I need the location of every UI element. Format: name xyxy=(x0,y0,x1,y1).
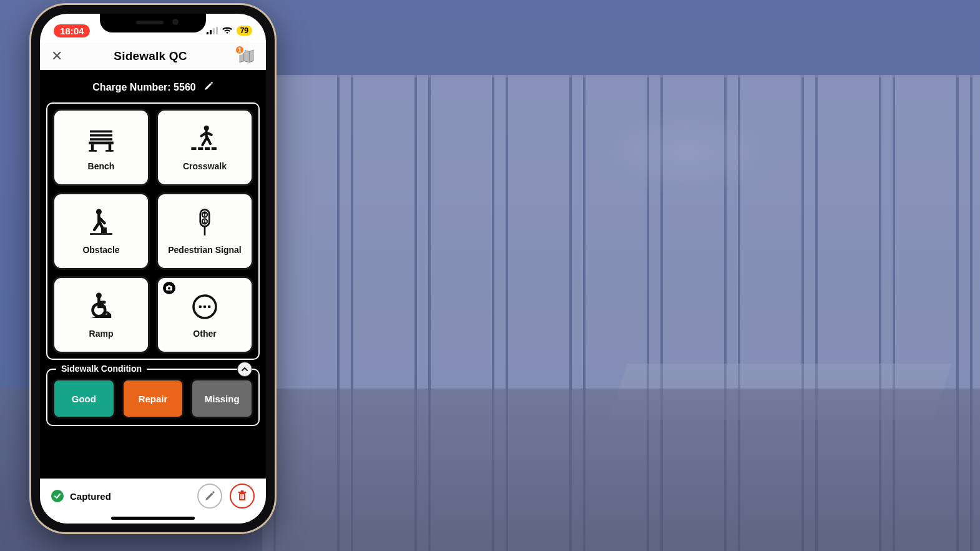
svg-rect-24 xyxy=(204,226,206,235)
tile-label: Ramp xyxy=(89,329,114,339)
svg-rect-10 xyxy=(89,150,97,152)
tile-obstacle[interactable]: Obstacle xyxy=(52,192,150,270)
map-button[interactable]: 1 xyxy=(238,49,255,64)
svg-rect-19 xyxy=(90,233,112,235)
obstacle-icon xyxy=(84,206,118,240)
edit-charge-button[interactable] xyxy=(203,81,213,94)
svg-point-33 xyxy=(203,305,207,309)
phone-frame: 18:04 79 ✕ Sidewalk QC 1 Charge Number: … xyxy=(31,5,275,532)
condition-options: Good Repair Missing xyxy=(52,379,253,419)
svg-rect-11 xyxy=(105,150,114,152)
chevron-up-icon xyxy=(241,365,248,373)
camera-badge xyxy=(163,282,175,294)
svg-rect-3 xyxy=(216,27,218,34)
wifi-icon xyxy=(222,27,233,34)
pencil-icon xyxy=(203,81,213,91)
condition-good[interactable]: Good xyxy=(52,379,115,419)
svg-rect-2 xyxy=(213,28,215,34)
tile-pedestrian-signal[interactable]: Pedestrian Signal xyxy=(156,192,253,270)
tile-label: Crosswalk xyxy=(183,161,227,171)
captured-label: Captured xyxy=(70,491,111,502)
status-battery: 79 xyxy=(237,26,252,36)
tile-label: Obstacle xyxy=(82,245,119,255)
tile-crosswalk[interactable]: Crosswalk xyxy=(156,109,253,186)
status-right: 79 xyxy=(207,26,252,36)
svg-rect-15 xyxy=(205,147,210,151)
home-indicator[interactable] xyxy=(111,517,195,520)
svg-rect-29 xyxy=(168,285,170,287)
close-button[interactable]: ✕ xyxy=(51,48,62,64)
edit-button[interactable] xyxy=(197,484,222,509)
app-header: ✕ Sidewalk QC 1 xyxy=(40,42,266,70)
condition-title: Sidewalk Condition xyxy=(56,364,147,374)
tile-ramp[interactable]: Ramp xyxy=(52,276,150,354)
footer-actions xyxy=(197,484,255,509)
condition-repair[interactable]: Repair xyxy=(122,379,185,419)
svg-point-23 xyxy=(204,220,205,221)
svg-rect-4 xyxy=(90,131,112,133)
svg-point-34 xyxy=(208,305,211,309)
svg-rect-13 xyxy=(191,147,196,151)
tile-other[interactable]: Other xyxy=(156,276,253,354)
check-icon xyxy=(51,490,64,502)
captured-status: Captured xyxy=(51,490,111,502)
svg-rect-7 xyxy=(89,142,114,145)
ramp-icon xyxy=(84,290,118,324)
condition-section: Sidewalk Condition Good Repair Missing xyxy=(46,369,260,426)
collapse-button[interactable] xyxy=(237,362,252,377)
condition-missing[interactable]: Missing xyxy=(190,379,253,419)
page-title: Sidewalk QC xyxy=(114,49,187,63)
svg-rect-6 xyxy=(90,138,112,141)
tile-label: Bench xyxy=(88,161,115,171)
svg-rect-37 xyxy=(241,490,244,492)
svg-rect-38 xyxy=(240,494,242,499)
svg-rect-16 xyxy=(212,147,217,151)
charge-number-row: Charge Number: 5560 xyxy=(46,77,260,102)
pencil-icon xyxy=(204,490,215,502)
svg-rect-18 xyxy=(101,227,107,233)
condition-label: Missing xyxy=(205,394,240,404)
svg-point-32 xyxy=(198,305,202,309)
tile-label: Pedestrian Signal xyxy=(168,245,241,255)
main-panel: Charge Number: 5560 xyxy=(40,70,266,479)
cellular-icon xyxy=(207,27,218,34)
condition-label: Good xyxy=(72,394,96,404)
charge-number-label: Charge Number: 5560 xyxy=(92,82,195,93)
crosswalk-icon xyxy=(188,122,222,156)
delete-button[interactable] xyxy=(230,484,255,509)
tile-bench[interactable]: Bench xyxy=(52,109,150,186)
svg-rect-39 xyxy=(242,494,243,499)
trash-icon xyxy=(237,490,248,502)
phone-notch xyxy=(100,14,206,32)
category-grid: Bench Crosswalk xyxy=(46,102,260,360)
condition-label: Repair xyxy=(139,394,168,404)
status-time: 18:04 xyxy=(54,24,90,37)
other-icon xyxy=(188,290,222,324)
camera-icon xyxy=(165,284,173,292)
svg-rect-1 xyxy=(210,30,212,34)
svg-rect-0 xyxy=(207,32,208,34)
svg-rect-5 xyxy=(90,134,112,137)
svg-point-30 xyxy=(168,287,170,290)
map-badge: 1 xyxy=(235,45,245,55)
phone-screen: 18:04 79 ✕ Sidewalk QC 1 Charge Number: … xyxy=(40,14,266,524)
bench-icon xyxy=(84,122,118,156)
pedestrian-signal-icon xyxy=(188,206,222,240)
svg-rect-40 xyxy=(243,494,244,499)
tile-label: Other xyxy=(193,329,216,339)
svg-rect-14 xyxy=(198,147,203,151)
